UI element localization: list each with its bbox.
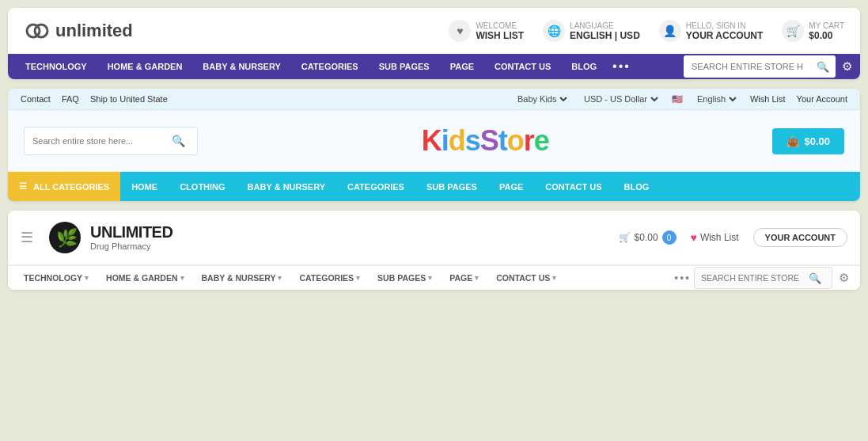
bars-icon: ☰ [19,181,27,192]
c3-nav-page[interactable]: PAGE ▾ [442,266,487,290]
c3-nav-categories[interactable]: CATEGORIES ▾ [291,266,368,290]
your-account-link[interactable]: Your Account [797,94,847,104]
c2-nav-baby-nursery[interactable]: BABY & NURSERY [237,173,336,201]
logo-big: UNLIMITED [90,222,172,241]
globe-icon: 🌐 [543,20,565,42]
c3-nav-baby-nursery[interactable]: BABY & NURSERY ▾ [194,266,290,290]
card1-search: 🔍 [684,55,836,78]
nav-categories[interactable]: CATEGORIES [292,54,368,79]
card1-search-input[interactable] [684,62,810,71]
heart-icon: ♥ [449,20,471,42]
user-icon: 👤 [659,20,681,42]
card1-search-button[interactable]: 🔍 [810,61,836,73]
nav-contact-us[interactable]: CONTACT US [485,54,560,79]
c2-nav-blog[interactable]: BLOG [613,173,661,201]
c3-nav-technology[interactable]: TECHNOLOGY ▾ [16,266,97,290]
language-item[interactable]: 🌐 LANGUAGE ENGLISH | USD [543,20,640,42]
topbar-ship[interactable]: Ship to United State [90,94,168,104]
card3-navbar: TECHNOLOGY ▾ HOME & GARDEN ▾ BABY & NURS… [8,265,860,290]
card1-logo-text: unlimited [55,21,133,41]
card2-topbar: Contact FAQ Ship to United State Baby Ki… [8,89,860,110]
card2-cart-amount: $0.00 [804,135,830,147]
logo-small: Drug Pharmacy [90,241,172,252]
card1-share-button[interactable]: ⚙ [842,59,852,74]
card3-header: ☰ 🌿 UNLIMITED Drug Pharmacy 🛒 $0.00 0 ♥ … [8,211,860,265]
nav-sub-pages[interactable]: SUB PAGES [370,54,439,79]
card1-header: unlimited ♥ WELCOME WISH LIST 🌐 LANGUAGE… [8,8,860,54]
chevron-down-icon: ▾ [85,274,89,282]
svg-text:🌿: 🌿 [56,227,78,249]
heart-icon: ♥ [691,231,697,244]
card3-search-input[interactable] [695,273,805,283]
nav-blog[interactable]: BLOG [562,54,606,79]
chevron-down-icon: ▾ [552,274,556,282]
card2-middle: 🔍 KidsStore 👜 $0.00 [8,110,860,172]
card2-cart-button[interactable]: 👜 $0.00 [772,128,844,154]
cart-icon: 🛒 [619,232,631,243]
wishlist-item[interactable]: ♥ WELCOME WISH LIST [449,20,524,42]
card3-nav-right: ••• 🔍 ⚙ [674,267,852,289]
card3-search-button[interactable]: 🔍 [805,272,824,284]
topbar-contact[interactable]: Contact [21,94,51,104]
card2-navbar: ☰ ALL CATEGORIES HOME CLOTHING BABY & NU… [8,172,860,201]
drug-pharmacy-logo-icon: 🌿 [47,220,82,255]
card-unlimited-store: unlimited ♥ WELCOME WISH LIST 🌐 LANGUAGE… [8,8,860,79]
settings-icon[interactable]: ⚙ [836,268,852,288]
card2-topbar-left: Contact FAQ Ship to United State [21,94,168,104]
c2-nav-clothing[interactable]: CLOTHING [169,173,236,201]
c2-nav-categories[interactable]: CATEGORIES [336,173,415,201]
currency-select[interactable]: USD - US Dollar [581,93,661,105]
wish-labels: WELCOME WISH LIST [476,21,524,41]
c2-nav-contact-us[interactable]: CONTACT US [534,173,612,201]
card3-wishlist[interactable]: ♥ Wish List [691,231,739,244]
nav-more-dots: ••• [612,59,631,74]
card1-logo[interactable]: unlimited [24,17,133,44]
c2-nav-sub-pages[interactable]: SUB PAGES [415,173,488,201]
all-categories-label: ALL CATEGORIES [33,182,109,192]
hamburger-icon[interactable]: ☰ [21,229,33,246]
bag-icon: 👜 [787,135,799,147]
nav-home-garden[interactable]: HOME & GARDEN [98,54,192,79]
chevron-down-icon: ▾ [356,274,360,282]
svg-point-1 [35,25,47,37]
card2-search-button[interactable]: 🔍 [167,135,190,147]
nav-technology[interactable]: TECHNOLOGY [16,54,97,79]
card3-topright: 🛒 $0.00 0 ♥ Wish List YOUR ACCOUNT [619,228,847,247]
nav-more-dots: ••• [674,272,691,284]
c3-nav-home-garden[interactable]: HOME & GARDEN ▾ [98,266,191,290]
cart-item[interactable]: 🛒 MY CART $0.00 [782,20,844,42]
card2-search: 🔍 [24,127,198,155]
card3-cart-amount: $0.00 [635,232,658,243]
card3-cart[interactable]: 🛒 $0.00 0 [619,230,677,245]
card2-topbar-right: Baby Kids USD - US Dollar 🇺🇸 English Wis… [514,93,847,105]
card3-account-button[interactable]: YOUR ACCOUNT [753,228,847,247]
signin-labels: HELLO, SIGN IN YOUR ACCOUNT [686,21,764,41]
signin-item[interactable]: 👤 HELLO, SIGN IN YOUR ACCOUNT [659,20,764,42]
card-drug-pharmacy: ☰ 🌿 UNLIMITED Drug Pharmacy 🛒 $0.00 0 ♥ … [8,211,860,290]
c2-nav-page[interactable]: PAGE [488,173,534,201]
card3-search: 🔍 [694,267,832,289]
card-kids-store: Contact FAQ Ship to United State Baby Ki… [8,89,860,201]
chevron-down-icon: ▾ [278,274,282,282]
chevron-down-icon: ▾ [180,274,184,282]
nav-page[interactable]: PAGE [441,54,483,79]
card1-navbar: TECHNOLOGY HOME & GARDEN BABY & NURSERY … [8,54,860,79]
cart-icon: 🛒 [782,20,804,42]
nav-baby-nursery[interactable]: BABY & NURSERY [193,54,290,79]
all-categories-button[interactable]: ☰ ALL CATEGORIES [8,172,120,201]
category-select[interactable]: Baby Kids [514,93,570,105]
card3-logo-text: UNLIMITED Drug Pharmacy [90,222,172,252]
language-select[interactable]: English [694,93,739,105]
topbar-faq[interactable]: FAQ [62,94,79,104]
c3-nav-sub-pages[interactable]: SUB PAGES ▾ [370,266,440,290]
wish-label: Wish List [700,232,739,243]
wishlist-link[interactable]: Wish List [750,94,786,104]
chevron-down-icon: ▾ [475,274,479,282]
chevron-down-icon: ▾ [428,274,432,282]
c3-nav-contact-us[interactable]: CONTACT US ▾ [488,266,564,290]
card2-search-input[interactable] [25,136,167,146]
card1-topright: ♥ WELCOME WISH LIST 🌐 LANGUAGE ENGLISH |… [449,20,844,42]
c2-nav-home[interactable]: HOME [120,173,169,201]
cart-badge: 0 [662,230,677,245]
cart-labels: MY CART $0.00 [809,21,844,41]
